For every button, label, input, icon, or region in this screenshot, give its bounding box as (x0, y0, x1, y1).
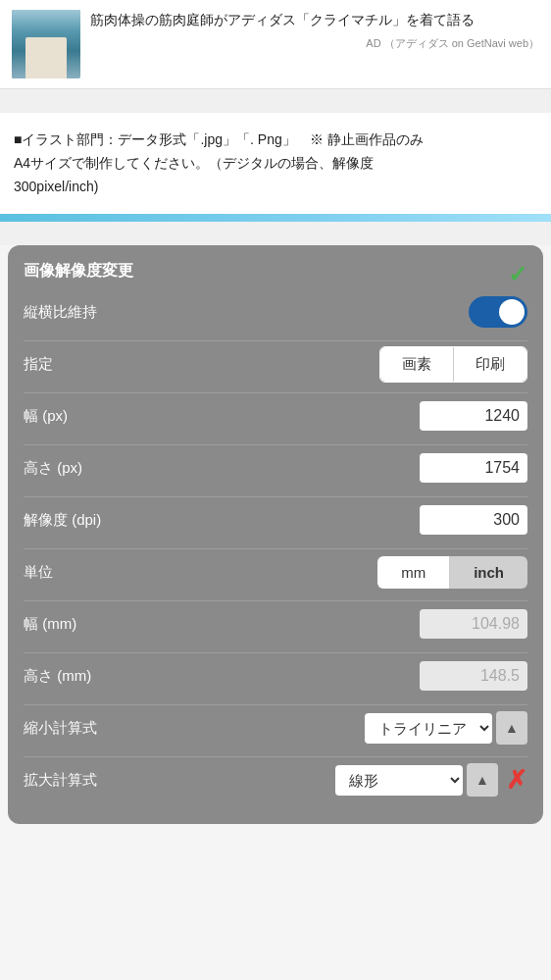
content-text: ■イラスト部門：データ形式「.jpg」「. Png」 ※ 静止画作品のみ A4サ… (14, 129, 537, 198)
height-px-control (151, 453, 527, 483)
shrink-calc-label: 縮小計算式 (24, 719, 151, 738)
width-mm-control (151, 609, 527, 639)
divider-8 (24, 704, 527, 705)
mode-control: 画素 印刷 (151, 346, 527, 383)
height-mm-input[interactable] (420, 661, 527, 691)
width-px-row: 幅 (px) (24, 397, 527, 435)
width-px-control (151, 401, 527, 431)
height-mm-row: 高さ (mm) (24, 657, 527, 695)
enlarge-calc-control: 線形 バイリニア トライリニア ▲ ✗ (151, 763, 527, 797)
height-px-row: 高さ (px) (24, 449, 527, 487)
article-section: 筋肉体操の筋肉庭師がアディダス「クライマチル」を着て語る AD （アディダス o… (0, 0, 551, 89)
mode-pixel-button[interactable]: 画素 (380, 347, 454, 382)
mode-print-button[interactable]: 印刷 (454, 347, 526, 382)
divider-7 (24, 652, 527, 653)
confirm-icon[interactable]: ✓ (508, 261, 527, 288)
enlarge-calc-row: 拡大計算式 線形 バイリニア トライリニア ▲ ✗ (24, 761, 527, 799)
shrink-calc-arrow[interactable]: ▲ (496, 711, 527, 745)
dpi-row: 解像度 (dpi) (24, 501, 527, 539)
enlarge-calc-arrow[interactable]: ▲ (467, 763, 498, 797)
shrink-dropdown-group: トライリニア バイリニア 線形 ▲ (365, 711, 527, 745)
gray-spacer (0, 89, 551, 113)
mode-label: 指定 (24, 355, 151, 374)
divider-2 (24, 392, 527, 393)
article-text-wrap: 筋肉体操の筋肉庭師がアディダス「クライマチル」を着て語る AD （アディダス o… (90, 10, 539, 51)
unit-group: mm inch (377, 556, 527, 589)
unit-label: 単位 (24, 563, 151, 582)
width-px-label: 幅 (px) (24, 407, 151, 426)
divider-1 (24, 340, 527, 341)
width-mm-label: 幅 (mm) (24, 615, 151, 634)
shrink-calc-control: トライリニア バイリニア 線形 ▲ (151, 711, 527, 745)
unit-control: mm inch (151, 556, 527, 589)
gray-spacer-2 (0, 222, 551, 245)
height-mm-control (151, 661, 527, 691)
width-px-input[interactable] (420, 401, 527, 431)
divider-3 (24, 444, 527, 445)
aspect-ratio-control (151, 296, 527, 328)
width-mm-row: 幅 (mm) (24, 605, 527, 643)
divider-9 (24, 756, 527, 757)
height-px-label: 高さ (px) (24, 459, 151, 478)
height-px-input[interactable] (420, 453, 527, 483)
close-icon[interactable]: ✗ (506, 765, 527, 796)
aspect-ratio-toggle[interactable] (469, 296, 527, 328)
article-thumbnail (12, 10, 80, 78)
article-title: 筋肉体操の筋肉庭師がアディダス「クライマチル」を着て語る (90, 10, 539, 30)
dpi-input[interactable] (420, 505, 527, 535)
enlarge-calc-label: 拡大計算式 (24, 771, 151, 790)
enlarge-calc-select[interactable]: 線形 バイリニア トライリニア (335, 765, 463, 796)
enlarge-dropdown-group: 線形 バイリニア トライリニア ▲ (335, 763, 498, 797)
unit-row: 単位 mm inch (24, 553, 527, 591)
unit-inch-button[interactable]: inch (450, 556, 527, 589)
width-mm-input[interactable] (420, 609, 527, 639)
dpi-label: 解像度 (dpi) (24, 511, 151, 530)
unit-mm-button[interactable]: mm (377, 556, 450, 589)
shrink-calc-select[interactable]: トライリニア バイリニア 線形 (365, 713, 492, 744)
dpi-control (151, 505, 527, 535)
content-section: ■イラスト部門：データ形式「.jpg」「. Png」 ※ 静止画作品のみ A4サ… (0, 113, 551, 214)
height-mm-label: 高さ (mm) (24, 667, 151, 686)
article-ad: AD （アディダス on GetNavi web） (90, 36, 539, 51)
aspect-ratio-row: 縦横比維持 (24, 293, 527, 331)
dialog-title: 画像解像度変更 (24, 261, 527, 282)
blue-stripe (0, 214, 551, 222)
divider-5 (24, 548, 527, 549)
mode-segment-group: 画素 印刷 (379, 346, 527, 383)
shrink-calc-row: 縮小計算式 トライリニア バイリニア 線形 ▲ (24, 709, 527, 747)
mode-row: 指定 画素 印刷 (24, 345, 527, 383)
aspect-ratio-label: 縦横比維持 (24, 303, 151, 322)
divider-4 (24, 496, 527, 497)
resolution-dialog: 画像解像度変更 ✓ 縦横比維持 指定 画素 印刷 幅 (px) 高さ (px) (8, 245, 543, 824)
divider-6 (24, 600, 527, 601)
